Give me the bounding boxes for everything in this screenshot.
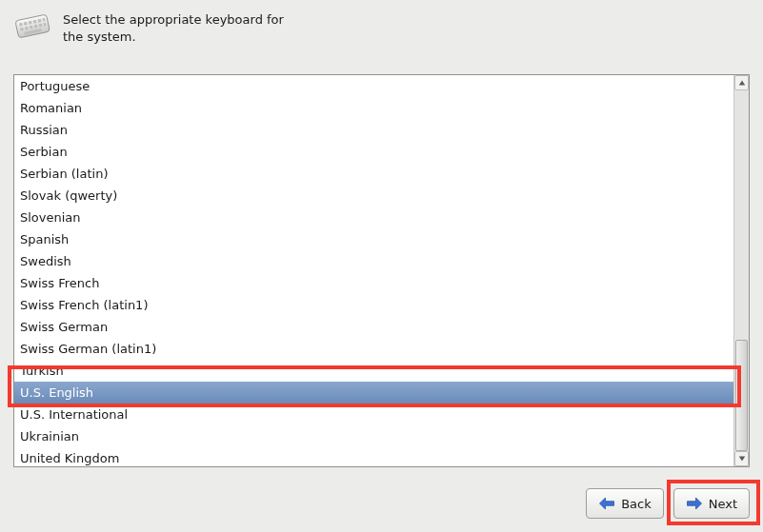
keyboard-list-item[interactable]: Spanish	[14, 228, 733, 250]
keyboard-list-item[interactable]: Serbian	[14, 141, 733, 163]
keyboard-list-container: PortugueseRomanianRussianSerbianSerbian …	[13, 74, 750, 467]
keyboard-list-item[interactable]: Ukrainian	[14, 425, 733, 447]
svg-rect-4	[33, 20, 37, 24]
svg-rect-3	[29, 21, 32, 25]
keyboard-list-item[interactable]: Swiss French (latin1)	[14, 294, 733, 316]
instruction-line-2: the system.	[63, 29, 284, 46]
keyboard-icon	[13, 10, 51, 44]
instruction-text: Select the appropriate keyboard for the …	[63, 10, 284, 46]
header: Select the appropriate keyboard for the …	[0, 0, 763, 46]
instruction-line-1: Select the appropriate keyboard for	[63, 11, 284, 29]
keyboard-list-item[interactable]: Swiss German (latin1)	[14, 338, 733, 360]
keyboard-list-item[interactable]: Slovenian	[14, 207, 733, 228]
keyboard-list-item[interactable]: Swedish	[14, 250, 733, 272]
svg-rect-8	[25, 27, 29, 30]
next-button[interactable]: Next	[673, 488, 750, 519]
keyboard-list-item[interactable]: Russian	[14, 119, 733, 141]
svg-rect-10	[34, 25, 38, 29]
keyboard-list-item[interactable]: Swiss German	[14, 316, 733, 338]
svg-rect-2	[24, 22, 28, 26]
keyboard-list[interactable]: PortugueseRomanianRussianSerbianSerbian …	[14, 75, 733, 466]
keyboard-list-item[interactable]: Portuguese	[14, 75, 733, 97]
next-button-label: Next	[709, 497, 737, 511]
scroll-down-button[interactable]	[734, 451, 749, 466]
keyboard-list-item[interactable]: U.S. English	[14, 382, 733, 404]
scroll-thumb[interactable]	[735, 340, 748, 451]
keyboard-list-item[interactable]: Serbian (latin)	[14, 163, 733, 185]
keyboard-list-item[interactable]: Slovak (qwerty)	[14, 185, 733, 207]
svg-rect-9	[30, 26, 33, 30]
arrow-right-icon	[686, 497, 703, 510]
svg-rect-11	[39, 24, 43, 28]
scroll-track[interactable]	[734, 90, 749, 451]
scroll-up-button[interactable]	[734, 75, 749, 90]
arrow-left-icon	[598, 497, 615, 510]
scrollbar[interactable]	[733, 75, 749, 466]
footer-buttons: Back Next	[586, 488, 750, 519]
keyboard-list-item[interactable]: Turkish	[14, 360, 733, 382]
back-button-label: Back	[621, 497, 652, 511]
svg-rect-1	[19, 23, 23, 27]
keyboard-list-item[interactable]: Romanian	[14, 97, 733, 119]
keyboard-list-item[interactable]: U.S. International	[14, 404, 733, 425]
svg-rect-7	[20, 28, 24, 31]
keyboard-list-item[interactable]: Swiss French	[14, 272, 733, 294]
svg-rect-5	[37, 19, 41, 23]
keyboard-list-item[interactable]: United Kingdom	[14, 447, 733, 466]
back-button[interactable]: Back	[586, 488, 664, 519]
